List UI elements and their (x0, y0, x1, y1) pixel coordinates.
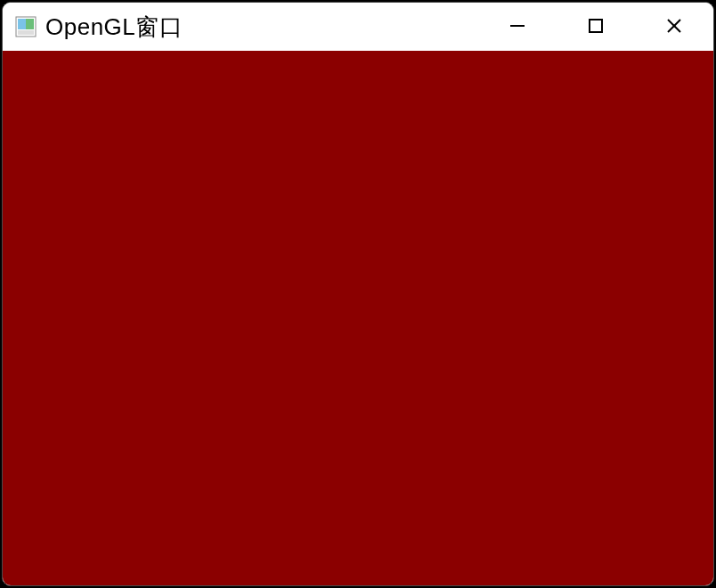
titlebar[interactable]: OpenGL窗口 (3, 3, 713, 51)
window-controls (478, 3, 713, 51)
application-window: OpenGL窗口 (2, 2, 714, 586)
gl-viewport (3, 51, 713, 585)
minimize-icon (509, 17, 526, 37)
svg-rect-2 (18, 19, 26, 29)
close-icon (665, 17, 683, 37)
svg-rect-5 (590, 20, 602, 32)
maximize-icon (587, 17, 605, 37)
minimize-button[interactable] (478, 3, 557, 51)
app-icon (13, 14, 38, 39)
window-title: OpenGL窗口 (45, 12, 478, 43)
close-button[interactable] (635, 3, 713, 51)
maximize-button[interactable] (557, 3, 635, 51)
svg-rect-3 (18, 30, 34, 35)
